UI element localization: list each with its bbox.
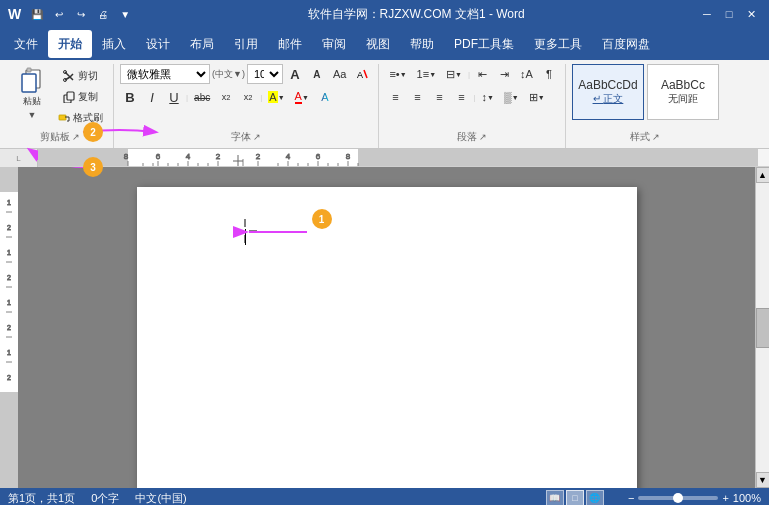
menu-layout[interactable]: 布局 <box>180 30 224 58</box>
vertical-scrollbar[interactable]: ▲ ▼ <box>755 167 769 488</box>
align-center-btn[interactable]: ≡ <box>407 87 427 107</box>
page-count: 第1页，共1页 <box>8 491 75 506</box>
clipboard-expand-icon[interactable]: ↗ <box>72 132 80 142</box>
format-painter-icon <box>58 112 70 124</box>
copy-button[interactable]: 复制 <box>54 87 107 107</box>
status-bar: 第1页，共1页 0个字 中文(中国) 📖 □ 🌐 − + 100% <box>0 488 769 505</box>
line-spacing-btn[interactable]: ↕▼ <box>477 87 497 107</box>
shading-btn[interactable]: ▒▼ <box>500 87 523 107</box>
change-case-btn[interactable]: Aa <box>329 64 350 84</box>
superscript-btn[interactable]: x2 <box>238 87 258 107</box>
menu-mailings[interactable]: 邮件 <box>268 30 312 58</box>
style-normal-preview: AaBbCcDd <box>578 78 637 92</box>
underline-btn[interactable]: U <box>164 87 184 107</box>
ruler-corner[interactable]: L <box>0 149 38 167</box>
bullets-btn[interactable]: ≡•▼ <box>385 64 410 84</box>
window-controls: ─ □ ✕ <box>697 4 761 24</box>
italic-btn[interactable]: I <box>142 87 162 107</box>
menu-design[interactable]: 设计 <box>136 30 180 58</box>
restore-btn[interactable]: □ <box>719 4 739 24</box>
align-left-btn[interactable]: ≡ <box>385 87 405 107</box>
undo-quick-btn[interactable]: ↩ <box>49 4 69 24</box>
zoom-level: 100% <box>733 492 761 504</box>
menu-view[interactable]: 视图 <box>356 30 400 58</box>
multilevel-btn[interactable]: ⊟▼ <box>442 64 466 84</box>
styles-expand-icon[interactable]: ↗ <box>652 132 660 142</box>
font-shrink-btn[interactable]: A <box>307 64 327 84</box>
print-quick-btn[interactable]: 🖨 <box>93 4 113 24</box>
menu-baidu[interactable]: 百度网盘 <box>592 30 660 58</box>
subscript-btn[interactable]: x2 <box>216 87 236 107</box>
style-normal[interactable]: AaBbCcDd ↵ 正文 <box>572 64 644 120</box>
print-layout-btn[interactable]: □ <box>566 490 584 505</box>
font-expand-icon[interactable]: ↗ <box>253 132 261 142</box>
zoom-out-btn[interactable]: − <box>628 492 634 504</box>
web-layout-btn[interactable]: 🌐 <box>586 490 604 505</box>
sort-btn[interactable]: ↕A <box>516 64 537 84</box>
redo-quick-btn[interactable]: ↪ <box>71 4 91 24</box>
read-mode-btn[interactable]: 📖 <box>546 490 564 505</box>
annotation-2: 2 <box>83 122 103 142</box>
menu-insert[interactable]: 插入 <box>92 30 136 58</box>
svg-text:1: 1 <box>7 249 11 256</box>
document-scroll-area[interactable]: 1 <box>18 167 755 488</box>
zoom-slider[interactable] <box>638 496 718 500</box>
paragraph-content: ≡•▼ 1≡▼ ⊟▼ | ⇤ ⇥ ↕A ¶ ≡ ≡ ≡ ≡ | ↕▼ ▒▼ ⊞▼ <box>385 64 559 128</box>
cut-label: 剪切 <box>78 69 98 83</box>
document-page[interactable]: 1 <box>137 187 637 488</box>
align-right-btn[interactable]: ≡ <box>429 87 449 107</box>
close-btn[interactable]: ✕ <box>741 4 761 24</box>
strikethrough-btn[interactable]: abc <box>190 87 214 107</box>
minimize-btn[interactable]: ─ <box>697 4 717 24</box>
zoom-in-btn[interactable]: + <box>722 492 728 504</box>
justify-btn[interactable]: ≡ <box>451 87 471 107</box>
font-name-select[interactable]: 微软雅黑 <box>120 64 210 84</box>
menu-references[interactable]: 引用 <box>224 30 268 58</box>
style-no-spacing[interactable]: AaBbCc 无间距 <box>647 64 719 120</box>
font-lang-indicator: (中文▼) <box>212 68 245 81</box>
style-nospacing-preview: AaBbCc <box>661 78 705 92</box>
quick-access-toolbar: W 💾 ↩ ↪ 🖨 ▼ <box>8 4 135 24</box>
customize-quick-btn[interactable]: ▼ <box>115 4 135 24</box>
svg-rect-6 <box>67 92 74 100</box>
numbering-btn[interactable]: 1≡▼ <box>413 64 440 84</box>
menu-home[interactable]: 开始 <box>48 30 92 58</box>
ruler-container: L 8 6 4 2 <box>0 149 769 167</box>
scroll-up-btn[interactable]: ▲ <box>756 167 770 183</box>
menu-review[interactable]: 审阅 <box>312 30 356 58</box>
paragraph-expand-icon[interactable]: ↗ <box>479 132 487 142</box>
svg-text:1: 1 <box>7 349 11 356</box>
bold-btn[interactable]: B <box>120 87 140 107</box>
scroll-thumb[interactable] <box>756 308 770 348</box>
menu-file[interactable]: 文件 <box>4 30 48 58</box>
border-btn[interactable]: ⊞▼ <box>525 87 549 107</box>
text-effect-btn[interactable]: A <box>315 87 335 107</box>
show-marks-btn[interactable]: ¶ <box>539 64 559 84</box>
zoom-thumb[interactable] <box>673 493 683 503</box>
font-color-btn[interactable]: A▼ <box>291 87 313 107</box>
svg-text:1: 1 <box>7 299 11 306</box>
scissors-icon <box>63 70 75 82</box>
cut-button[interactable]: 剪切 <box>54 66 107 86</box>
font-grow-btn[interactable]: A <box>285 64 305 84</box>
decrease-indent-btn[interactable]: ⇤ <box>472 64 492 84</box>
window-title: 软件自学网：RJZXW.COM 文档1 - Word <box>135 6 697 23</box>
menu-help[interactable]: 帮助 <box>400 30 444 58</box>
increase-indent-btn[interactable]: ⇥ <box>494 64 514 84</box>
highlight-color-btn[interactable]: A▼ <box>264 87 288 107</box>
paste-icon <box>18 66 46 94</box>
font-size-select[interactable]: 10 8 9 11 12 14 <box>247 64 283 84</box>
svg-text:2: 2 <box>7 224 11 231</box>
paste-button[interactable]: 粘贴 <box>12 64 52 109</box>
scroll-down-btn[interactable]: ▼ <box>756 472 770 488</box>
menu-pdf[interactable]: PDF工具集 <box>444 30 524 58</box>
cursor-crosshair-svg <box>233 219 257 243</box>
menu-more-tools[interactable]: 更多工具 <box>524 30 592 58</box>
save-quick-btn[interactable]: 💾 <box>27 4 47 24</box>
paste-dropdown-arrow[interactable]: ▼ <box>28 110 37 120</box>
language: 中文(中国) <box>135 491 186 506</box>
paste-label: 粘贴 <box>23 95 41 108</box>
clear-format-btn[interactable]: A <box>352 64 372 84</box>
svg-text:6: 6 <box>316 152 321 161</box>
svg-rect-44 <box>0 392 18 488</box>
